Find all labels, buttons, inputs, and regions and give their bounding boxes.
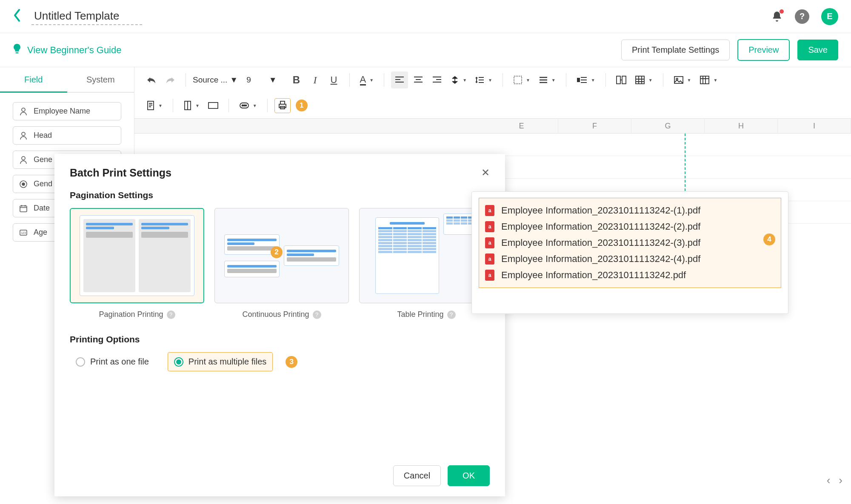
pagination-card[interactable]: Pagination Printing? (70, 208, 204, 319)
guide-label: View Beginner's Guide (27, 45, 121, 56)
preview-button[interactable]: Preview (737, 39, 790, 61)
svg-rect-13 (636, 76, 644, 84)
radio-label: Print as multiple files (188, 357, 266, 367)
template-title-input[interactable] (31, 8, 142, 25)
chevron-left-icon[interactable]: ‹ (827, 474, 831, 487)
radio-one-file[interactable]: Print as one file (70, 353, 155, 371)
print-template-settings-button[interactable]: Print Template Settings (621, 40, 730, 60)
notification-dot (780, 9, 784, 14)
column-header[interactable]: I (778, 119, 851, 133)
svg-rect-6 (20, 206, 27, 212)
page-icon[interactable]: ▼ (143, 97, 166, 114)
person-icon (19, 131, 29, 140)
pdf-icon: a (485, 253, 494, 265)
column-icon[interactable]: ▼ (180, 97, 203, 114)
horizontal-scroll[interactable]: ‹ › (827, 474, 842, 487)
svg-text:123: 123 (21, 231, 26, 234)
continuous-card[interactable]: Continuous Printing? (214, 208, 349, 319)
column-header[interactable]: G (631, 119, 705, 133)
insert-icon[interactable]: ▼ (696, 71, 721, 88)
file-item[interactable]: aEmployee Information_20231011113242.pdf (485, 267, 775, 283)
border-icon[interactable]: ▼ (510, 71, 534, 88)
bold-icon[interactable]: B (288, 71, 305, 88)
chevron-right-icon[interactable]: › (839, 474, 842, 487)
help-icon[interactable]: ? (313, 310, 321, 319)
help-icon[interactable]: ? (447, 310, 456, 319)
column-header[interactable]: F (558, 119, 631, 133)
batch-print-modal: Batch Print Settings ✕ Pagination Settin… (54, 154, 505, 496)
font-size-select[interactable]: 9▼ (246, 75, 277, 85)
more-icon[interactable]: ▼ (236, 97, 260, 114)
list-icon[interactable]: ▼ (535, 71, 559, 88)
image-icon[interactable]: ▼ (670, 71, 695, 88)
field-label: Gend (34, 179, 52, 188)
landscape-icon[interactable] (205, 97, 222, 114)
field-item[interactable]: Employee Name (13, 102, 121, 120)
callout-2: 2 (271, 246, 283, 258)
vertical-align-icon[interactable]: ▼ (447, 71, 470, 88)
svg-point-21 (242, 105, 243, 106)
options-heading: Printing Options (70, 334, 490, 345)
italic-icon[interactable]: I (307, 71, 324, 88)
pdf-icon: a (485, 270, 494, 281)
svg-point-23 (245, 105, 246, 106)
align-center-icon[interactable] (410, 71, 427, 88)
user-avatar[interactable]: E (821, 8, 838, 25)
table-icon[interactable]: ▼ (631, 71, 656, 88)
file-item[interactable]: aEmployee Information_20231011113242-(1)… (485, 202, 775, 219)
svg-rect-11 (617, 76, 620, 84)
radio-label: Print as one file (90, 357, 149, 367)
align-left-icon[interactable] (391, 71, 408, 88)
file-item[interactable]: aEmployee Information_20231011113242-(4)… (485, 251, 775, 267)
field-label: Gene (34, 155, 52, 164)
batch-print-button[interactable] (274, 98, 291, 113)
card-label: Continuous Printing (242, 310, 309, 319)
pdf-icon: a (485, 237, 494, 248)
svg-rect-0 (16, 52, 19, 54)
merge-cells-icon[interactable] (613, 71, 630, 88)
undo-icon[interactable] (143, 71, 160, 88)
underline-icon[interactable]: U (326, 71, 343, 88)
cancel-button[interactable]: Cancel (393, 465, 441, 486)
back-chevron-icon[interactable] (13, 8, 21, 25)
tab-system[interactable]: System (67, 67, 134, 93)
callout-4: 4 (763, 233, 775, 245)
column-header[interactable]: E (485, 119, 558, 133)
font-color-icon[interactable]: A▼ (357, 71, 377, 88)
svg-point-22 (243, 105, 245, 106)
tab-field[interactable]: Field (0, 67, 67, 93)
printer-icon (277, 100, 288, 111)
callout-3: 3 (286, 356, 297, 368)
insert-toolbar: ▼ ▼ ▼ 1 (134, 93, 851, 118)
field-item[interactable]: Head (13, 126, 121, 145)
format-toolbar: Source ...▼ 9▼ B I U A▼ ▼ ▼ ▼ ▼ ▼ ▼ ▼ (134, 67, 851, 93)
file-item[interactable]: aEmployee Information_20231011113242-(2)… (485, 219, 775, 235)
file-name: Employee Information_20231011113242-(3).… (501, 237, 700, 248)
save-button[interactable]: Save (797, 40, 838, 60)
radio-multiple-files[interactable]: Print as multiple files (168, 352, 273, 371)
help-icon[interactable]: ? (795, 9, 809, 24)
column-header[interactable]: H (705, 119, 778, 133)
svg-point-1 (22, 108, 25, 111)
svg-rect-9 (514, 76, 522, 84)
person-icon (19, 107, 29, 116)
calendar-icon (19, 204, 29, 213)
field-label: Head (34, 131, 52, 140)
beginners-guide-link[interactable]: View Beginner's Guide (13, 43, 121, 57)
card-label: Table Printing (397, 310, 443, 319)
help-icon[interactable]: ? (167, 310, 175, 319)
close-icon[interactable]: ✕ (481, 167, 490, 179)
callout-1: 1 (296, 100, 308, 111)
line-spacing-icon[interactable]: ▼ (472, 71, 496, 88)
field-label: Age (34, 228, 47, 237)
align-right-icon[interactable] (428, 71, 445, 88)
svg-point-2 (22, 132, 25, 136)
font-family-select[interactable]: Source ...▼ (193, 75, 238, 85)
file-item[interactable]: aEmployee Information_20231011113242-(3)… (485, 235, 775, 251)
svg-rect-25 (280, 101, 285, 104)
ok-button[interactable]: OK (448, 465, 490, 486)
redo-icon[interactable] (162, 71, 179, 88)
notifications-bell-icon[interactable] (771, 10, 783, 23)
indent-icon[interactable]: ▼ (573, 71, 599, 88)
file-name: Employee Information_20231011113242-(4).… (501, 253, 700, 265)
